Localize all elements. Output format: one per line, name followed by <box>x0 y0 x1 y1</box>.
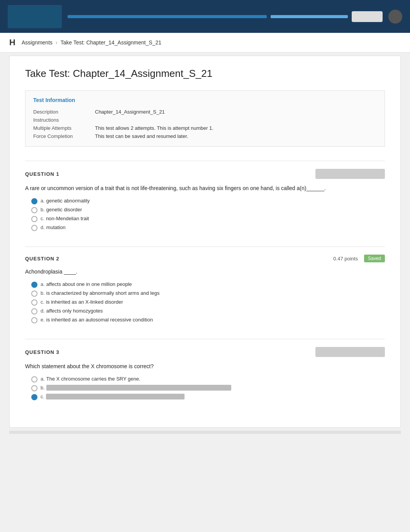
answer-letter-2-3: c. <box>41 299 44 305</box>
user-avatar[interactable] <box>388 10 402 24</box>
answer-letter-3-1: a. <box>41 376 45 382</box>
test-info-title: Test Information <box>33 97 377 103</box>
answer-radio-1-4[interactable] <box>31 225 37 231</box>
answer-letter-2-5: e. <box>41 317 45 323</box>
nav-progress-bar <box>271 15 348 18</box>
answer-list-2: a.affects about one in one million peopl… <box>31 281 385 323</box>
test-info-value: This test can be saved and resumed later… <box>95 132 377 140</box>
page-title: Take Test: Chapter_14_Assignment_S_21 <box>25 68 385 80</box>
answer-list-3: a.The X chromosome carries the SRY gene.… <box>31 376 385 400</box>
answer-item-1-3[interactable]: c.non-Mendelian trait <box>31 216 385 222</box>
answer-letter-3-3: c. <box>41 394 44 399</box>
question-meta-2: 0.47 pointsSaved <box>333 255 385 262</box>
answer-radio-2-3[interactable] <box>31 299 37 306</box>
answer-text-2-4: affects only homozygotes <box>46 308 103 314</box>
answer-letter-2-4: d. <box>41 308 45 314</box>
question-text-1: A rare or uncommon version of a trait th… <box>25 184 385 192</box>
answer-radio-1-1[interactable] <box>31 198 37 204</box>
answer-letter-1-2: b. <box>41 207 45 212</box>
test-info-label: Force Completion <box>33 132 95 140</box>
answer-radio-3-3[interactable] <box>31 394 37 400</box>
question-status-placeholder-1 <box>315 169 385 179</box>
answer-letter-2-1: a. <box>41 281 45 287</box>
answer-radio-2-5[interactable] <box>31 317 37 323</box>
answer-item-1-4[interactable]: d.mutation <box>31 224 385 231</box>
test-info-value <box>95 116 377 124</box>
test-info-row: Instructions <box>33 116 377 124</box>
test-info-section: Test Information DescriptionChapter_14_A… <box>25 90 385 147</box>
answer-item-2-1[interactable]: a.affects about one in one million peopl… <box>31 281 385 288</box>
test-info-row: Force CompletionThis test can be saved a… <box>33 132 377 140</box>
breadcrumb-current: Take Test: Chapter_14_Assignment_S_21 <box>61 39 161 46</box>
question-text-3: Which statement about the X chromosome i… <box>25 362 385 371</box>
answer-item-3-2[interactable]: b.██████████████████████████████████████… <box>31 385 385 391</box>
answer-text-1-2: genetic disorder <box>46 207 82 212</box>
top-navigation <box>0 0 410 33</box>
question-header-2: QUESTION 20.47 pointsSaved <box>25 255 385 262</box>
answer-letter-1-3: c. <box>41 216 44 221</box>
test-info-row: Multiple AttemptsThis test allows 2 atte… <box>33 124 377 132</box>
test-info-value: Chapter_14_Assignment_S_21 <box>95 108 377 116</box>
question-status-placeholder-3 <box>315 347 385 357</box>
questions-container: QUESTION 1A rare or uncommon version of … <box>25 161 385 400</box>
answer-list-1: a.genetic abnormalityb.genetic disorderc… <box>31 198 385 231</box>
breadcrumb-sep: › <box>56 39 58 46</box>
answer-item-1-2[interactable]: b.genetic disorder <box>31 207 385 213</box>
answer-text-1-4: mutation <box>46 224 66 230</box>
answer-text-2-1: affects about one in one million people <box>46 281 132 287</box>
question-block-3: QUESTION 3Which statement about the X ch… <box>25 339 385 400</box>
answer-item-2-4[interactable]: d.affects only homozygotes <box>31 308 385 314</box>
question-number-2: QUESTION 2 <box>25 256 59 262</box>
question-number-3: QUESTION 3 <box>25 349 59 355</box>
answer-item-2-5[interactable]: e.is inherited as an autosomal recessive… <box>31 317 385 323</box>
answer-text-2-3: is inherited as an X-linked disorder <box>46 299 123 305</box>
test-info-value: This test allows 2 attempts. This is att… <box>95 124 377 132</box>
answer-text-2-2: is characterized by abnormally short arm… <box>46 290 159 296</box>
answer-radio-1-2[interactable] <box>31 207 37 213</box>
question-points-2: 0.47 points <box>333 256 358 262</box>
answer-text-1-1: genetic abnormality <box>46 198 90 204</box>
breadcrumb-home[interactable]: H <box>9 37 15 48</box>
breadcrumb-assignments[interactable]: Assignments <box>22 39 53 46</box>
answer-letter-1-4: d. <box>41 224 45 230</box>
question-text-2: Achondroplasia ____. <box>25 268 385 276</box>
answer-item-3-1[interactable]: a.The X chromosome carries the SRY gene. <box>31 376 385 382</box>
answer-text-1-3: non-Mendelian trait <box>46 216 89 221</box>
question-block-1: QUESTION 1A rare or uncommon version of … <box>25 161 385 231</box>
question-status-badge-2: Saved <box>364 255 385 262</box>
app-logo <box>8 5 62 28</box>
nav-button-1[interactable] <box>352 11 383 22</box>
answer-radio-3-1[interactable] <box>31 376 37 382</box>
answer-letter-1-1: a. <box>41 198 45 204</box>
answer-radio-2-1[interactable] <box>31 282 37 288</box>
scroll-bar[interactable] <box>9 431 401 434</box>
question-header-1: QUESTION 1 <box>25 169 385 179</box>
answer-item-2-3[interactable]: c.is inherited as an X-linked disorder <box>31 299 385 306</box>
test-info-label: Description <box>33 108 95 116</box>
question-block-2: QUESTION 20.47 pointsSavedAchondroplasia… <box>25 246 385 323</box>
answer-radio-2-4[interactable] <box>31 308 37 314</box>
answer-letter-3-2: b. <box>41 385 45 391</box>
test-info-table: DescriptionChapter_14_Assignment_S_21Ins… <box>33 108 377 140</box>
answer-text-2-5: is inherited as an autosomal recessive c… <box>46 317 153 323</box>
answer-text-3-3: ███████████████████████████████████████ <box>46 394 185 399</box>
test-info-label: Instructions <box>33 116 95 124</box>
answer-radio-1-3[interactable] <box>31 216 37 222</box>
answer-radio-3-2[interactable] <box>31 385 37 391</box>
test-info-row: DescriptionChapter_14_Assignment_S_21 <box>33 108 377 116</box>
nav-bar-blue <box>68 15 267 18</box>
answer-item-3-3[interactable]: c.██████████████████████████████████████… <box>31 394 385 400</box>
answer-text-3-1: The X chromosome carries the SRY gene. <box>46 376 141 382</box>
question-meta-3 <box>315 347 385 357</box>
question-header-3: QUESTION 3 <box>25 347 385 357</box>
main-content-area: Take Test: Chapter_14_Assignment_S_21 Te… <box>9 56 401 428</box>
question-meta-1 <box>315 169 385 179</box>
test-info-label: Multiple Attempts <box>33 124 95 132</box>
answer-item-1-1[interactable]: a.genetic abnormality <box>31 198 385 204</box>
answer-item-2-2[interactable]: b.is characterized by abnormally short a… <box>31 290 385 297</box>
answer-letter-2-2: b. <box>41 290 45 296</box>
breadcrumb: H Assignments › Take Test: Chapter_14_As… <box>0 33 410 53</box>
answer-text-3-2: ████████████████████████████████████████… <box>46 385 231 391</box>
question-number-1: QUESTION 1 <box>25 171 59 177</box>
answer-radio-2-2[interactable] <box>31 291 37 297</box>
